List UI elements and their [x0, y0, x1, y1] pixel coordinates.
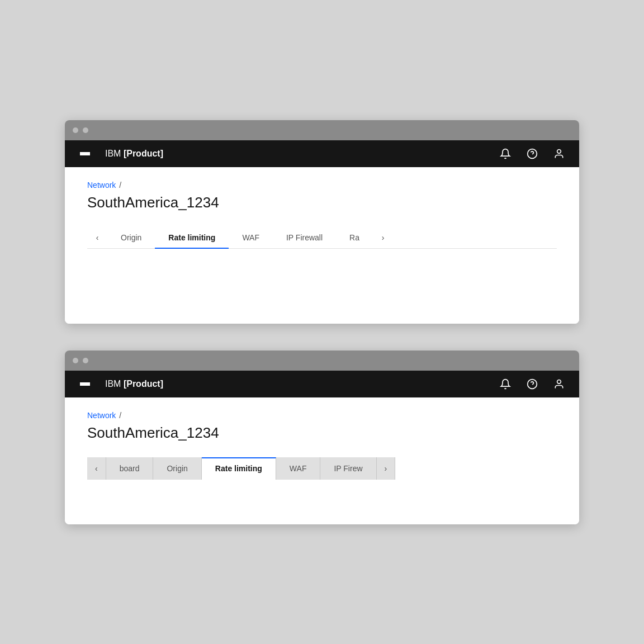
- app-container-2: IBM [Product]: [65, 371, 579, 524]
- hamburger-icon-1: [80, 152, 90, 155]
- page-title-2: SouthAmerica_1234: [87, 424, 557, 442]
- tab-next-button-1[interactable]: ›: [373, 228, 393, 248]
- browser-dot-4: [83, 358, 88, 363]
- tab-rate-limiting-2[interactable]: Rate limiting: [202, 457, 276, 480]
- breadcrumb-network-link-1[interactable]: Network: [87, 181, 116, 190]
- tab-ra-1[interactable]: Ra: [336, 228, 373, 249]
- top-nav-left-2: IBM [Product]: [74, 373, 163, 395]
- tab-origin-1[interactable]: Origin: [107, 228, 155, 249]
- user-button-2[interactable]: [548, 373, 570, 395]
- help-icon-1: [527, 148, 538, 159]
- user-button-1[interactable]: [548, 143, 570, 165]
- bell-button-1[interactable]: [494, 143, 517, 165]
- content-area-1: Network / SouthAmerica_1234 ‹ Origin Rat…: [65, 167, 579, 279]
- top-nav-1: IBM [Product]: [65, 140, 579, 167]
- tab-prev-button-2[interactable]: ‹: [87, 457, 106, 480]
- browser-chrome-2: [65, 351, 579, 371]
- breadcrumb-separator-1: /: [119, 181, 121, 190]
- help-button-1[interactable]: [521, 143, 543, 165]
- top-nav-right-1: [494, 143, 570, 165]
- tab-board-2[interactable]: board: [106, 457, 154, 480]
- tab-ip-firewall-2[interactable]: IP Firew: [320, 457, 376, 480]
- user-icon-1: [553, 148, 565, 159]
- tabs-2: ‹ board Origin Rate limiting WAF IP Fire…: [87, 457, 557, 480]
- browser-window-1: IBM [Product]: [65, 120, 579, 324]
- breadcrumb-network-link-2[interactable]: Network: [87, 411, 116, 420]
- tab-next-button-2[interactable]: ›: [377, 457, 396, 480]
- tab-ip-firewall-1[interactable]: IP Firewall: [273, 228, 336, 249]
- help-icon-2: [527, 378, 538, 390]
- top-nav-right-2: [494, 373, 570, 395]
- breadcrumb-2: Network /: [87, 411, 557, 420]
- hamburger-button-1[interactable]: [74, 143, 96, 165]
- browser-dot-1: [73, 127, 78, 133]
- app-title-1: IBM [Product]: [105, 149, 163, 159]
- content-area-2: Network / SouthAmerica_1234 ‹ board Orig…: [65, 397, 579, 480]
- bell-icon-1: [500, 148, 511, 159]
- tab-waf-1[interactable]: WAF: [229, 228, 273, 249]
- page-title-1: SouthAmerica_1234: [87, 194, 557, 211]
- breadcrumb-separator-2: /: [119, 411, 121, 420]
- user-icon-2: [553, 378, 565, 390]
- content-below-tabs-2: [65, 480, 579, 524]
- hamburger-button-2[interactable]: [74, 373, 96, 395]
- help-button-2[interactable]: [521, 373, 543, 395]
- content-below-tabs-1: [65, 279, 579, 324]
- tab-prev-button-1[interactable]: ‹: [87, 228, 107, 248]
- svg-point-2: [557, 149, 561, 153]
- top-nav-2: IBM [Product]: [65, 371, 579, 397]
- app-title-2: IBM [Product]: [105, 379, 163, 389]
- browser-dot-3: [73, 358, 78, 363]
- top-nav-left-1: IBM [Product]: [74, 143, 163, 165]
- tab-waf-2[interactable]: WAF: [276, 457, 321, 480]
- hamburger-icon-2: [80, 382, 90, 386]
- tab-origin-2[interactable]: Origin: [153, 457, 201, 480]
- browser-window-2: IBM [Product]: [65, 351, 579, 524]
- breadcrumb-1: Network /: [87, 181, 557, 190]
- bell-button-2[interactable]: [494, 373, 517, 395]
- tabs-1: ‹ Origin Rate limiting WAF IP Firewall R…: [87, 227, 557, 249]
- tab-rate-limiting-1[interactable]: Rate limiting: [155, 228, 229, 249]
- browser-chrome-1: [65, 120, 579, 140]
- bell-icon-2: [500, 378, 511, 390]
- app-container-1: IBM [Product]: [65, 140, 579, 324]
- browser-dot-2: [83, 127, 88, 133]
- svg-point-5: [557, 380, 561, 383]
